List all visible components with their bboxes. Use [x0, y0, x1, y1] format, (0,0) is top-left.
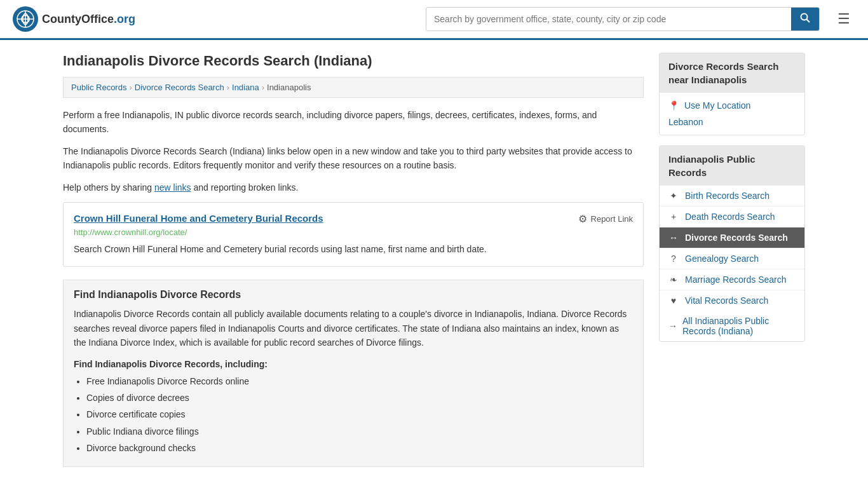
breadcrumb-sep-1: ›: [129, 83, 132, 92]
breadcrumb-divorce-records[interactable]: Divorce Records Search: [135, 83, 224, 92]
search-icon: [800, 13, 810, 23]
breadcrumb-indiana[interactable]: Indiana: [232, 83, 259, 92]
search-input[interactable]: [426, 8, 791, 30]
nav-icon-5: ♥: [668, 295, 679, 306]
nav-label-5: Vital Records Search: [685, 295, 768, 306]
logo[interactable]: CountyOffice.org: [13, 6, 135, 32]
description-para3-after: and reporting broken links.: [191, 182, 299, 193]
logo-icon: [13, 6, 38, 32]
nav-icon-3: ?: [668, 254, 679, 264]
sidebar-nav-item-birth-records-search[interactable]: ✦Birth Records Search: [660, 186, 804, 207]
nav-label-4: Marriage Records Search: [685, 274, 787, 285]
list-item: Divorce background checks: [86, 441, 633, 455]
main-layout: Indianapolis Divorce Records Search (Ind…: [53, 40, 815, 488]
report-icon: ⚙: [578, 213, 587, 225]
nav-icon-0: ✦: [668, 191, 679, 201]
location-pin-icon: 📍: [668, 100, 679, 111]
header: CountyOffice.org ☰: [0, 0, 868, 40]
sidebar-nearby-box: Divorce Records Search near Indianapolis…: [659, 53, 805, 135]
record-link-header: Crown Hill Funeral Home and Cemetery Bur…: [74, 213, 633, 227]
use-my-location-item: 📍 Use My Location: [668, 100, 796, 111]
find-list-title: Find Indianapolis Divorce Records, inclu…: [74, 359, 633, 369]
breadcrumb-sep-2: ›: [227, 83, 229, 92]
find-section-text: Indianapolis Divorce Records contain all…: [74, 307, 633, 349]
all-records-link[interactable]: All Indianapolis Public Records (Indiana…: [682, 316, 796, 336]
sidebar-nav-item-marriage-records-search[interactable]: ❧Marriage Records Search: [660, 269, 804, 290]
nav-icon-4: ❧: [668, 274, 679, 285]
sidebar-nearby-header: Divorce Records Search near Indianapolis: [660, 53, 804, 93]
sidebar-public-records-header: Indianapolis Public Records: [660, 146, 804, 186]
record-url[interactable]: http://www.crownhill.org/locate/: [74, 227, 633, 237]
new-links-link[interactable]: new links: [154, 182, 191, 193]
lebanon-link[interactable]: Lebanon: [668, 117, 703, 127]
breadcrumb-public-records[interactable]: Public Records: [71, 83, 126, 92]
nav-icon-1: +: [668, 212, 679, 222]
sidebar-public-records-box: Indianapolis Public Records ✦Birth Recor…: [659, 146, 805, 342]
record-link-title[interactable]: Crown Hill Funeral Home and Cemetery Bur…: [74, 213, 323, 224]
description-para3: Help others by sharing new links and rep…: [63, 180, 644, 194]
page-title: Indianapolis Divorce Records Search (Ind…: [63, 53, 644, 69]
sidebar-nav-item-genealogy-search[interactable]: ?Genealogy Search: [660, 248, 804, 269]
sidebar: Divorce Records Search near Indianapolis…: [659, 53, 805, 476]
description-para3-before: Help others by sharing: [63, 182, 154, 193]
find-section-title: Find Indianapolis Divorce Records: [74, 289, 633, 301]
svg-line-6: [807, 20, 810, 23]
arrow-icon: →: [668, 321, 677, 331]
sidebar-nav-item-death-records-search[interactable]: +Death Records Search: [660, 207, 804, 227]
svg-point-5: [801, 14, 808, 20]
use-my-location-link[interactable]: Use My Location: [684, 100, 750, 111]
sidebar-nav: ✦Birth Records Search+Death Records Sear…: [660, 186, 804, 311]
description-para2: The Indianapolis Divorce Records Search …: [63, 144, 644, 173]
logo-text: CountyOffice.org: [42, 13, 135, 26]
sidebar-nav-item-divorce-records-search[interactable]: ↔Divorce Records Search: [660, 227, 804, 248]
nav-label-3: Genealogy Search: [685, 254, 759, 264]
list-item: Divorce certificate copies: [86, 407, 633, 421]
record-description: Search Crown Hill Funeral Home and Cemet…: [74, 242, 633, 256]
search-button[interactable]: [791, 8, 819, 30]
nav-label-1: Death Records Search: [685, 212, 775, 222]
find-section: Find Indianapolis Divorce Records Indian…: [63, 280, 644, 467]
breadcrumb-indianapolis: Indianapolis: [267, 83, 311, 92]
breadcrumb-sep-3: ›: [262, 83, 264, 92]
content-area: Indianapolis Divorce Records Search (Ind…: [63, 53, 644, 476]
record-link-box: Crown Hill Funeral Home and Cemetery Bur…: [63, 202, 644, 267]
nav-icon-2: ↔: [668, 233, 679, 243]
search-bar: [426, 7, 820, 31]
nav-label-0: Birth Records Search: [685, 191, 770, 201]
all-records-link-container: → All Indianapolis Public Records (India…: [660, 311, 804, 341]
list-item: Free Indianapolis Divorce Records online: [86, 374, 633, 388]
logo-suffix: .org: [114, 13, 135, 25]
breadcrumb: Public Records › Divorce Records Search …: [63, 77, 644, 98]
report-link-button[interactable]: ⚙ Report Link: [578, 213, 633, 225]
sidebar-nearby-content: 📍 Use My Location Lebanon: [660, 93, 804, 135]
nav-label-2: Divorce Records Search: [685, 233, 788, 243]
find-list: Free Indianapolis Divorce Records online…: [74, 374, 633, 456]
sidebar-nav-item-vital-records-search[interactable]: ♥Vital Records Search: [660, 290, 804, 311]
hamburger-menu-button[interactable]: ☰: [832, 8, 855, 30]
description-para1: Perform a free Indianapolis, IN public d…: [63, 108, 644, 137]
list-item: Public Indiana divorce filings: [86, 424, 633, 438]
report-link-label: Report Link: [591, 214, 633, 224]
list-item: Copies of divorce decrees: [86, 391, 633, 405]
